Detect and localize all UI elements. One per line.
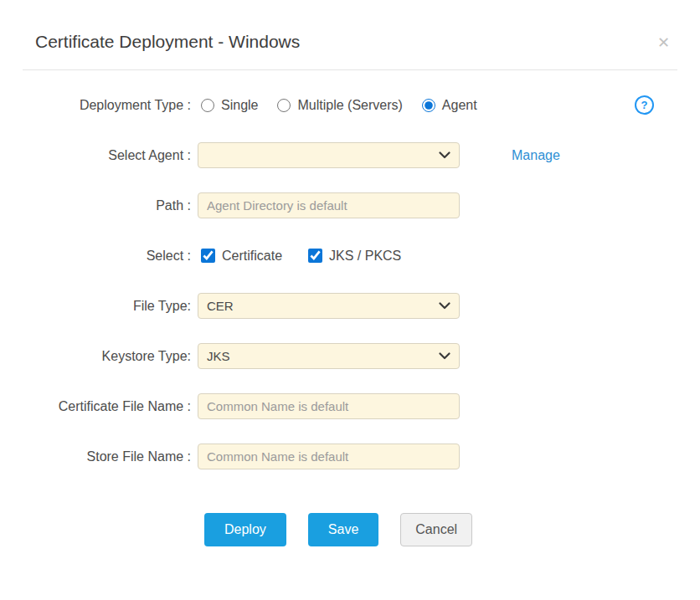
dialog-header: Certificate Deployment - Windows ✕ xyxy=(0,0,700,69)
file-type-label: File Type: xyxy=(0,299,191,314)
select-agent-dropdown[interactable] xyxy=(198,142,460,168)
select-label: Select : xyxy=(0,249,191,264)
keystore-type-dropdown[interactable]: JKS xyxy=(198,343,460,369)
certificate-checkbox-label: Certificate xyxy=(222,249,282,264)
deploy-button[interactable]: Deploy xyxy=(204,513,286,546)
path-label: Path : xyxy=(0,198,191,213)
single-radio-label: Single xyxy=(221,98,258,113)
multiple-servers-radio[interactable] xyxy=(277,99,291,112)
jks-pkcs-checkbox[interactable] xyxy=(308,249,322,263)
radio-option-single[interactable]: Single xyxy=(201,98,258,113)
checkbox-option-jks-pkcs[interactable]: JKS / PKCS xyxy=(308,249,401,264)
multiple-servers-radio-label: Multiple (Servers) xyxy=(297,98,402,113)
help-icon[interactable]: ? xyxy=(635,95,654,115)
select-agent-wrap xyxy=(198,142,460,168)
store-file-name-label: Store File Name : xyxy=(0,449,191,464)
deployment-type-radio-group: Single Multiple (Servers) Agent xyxy=(201,98,477,113)
deployment-form: Deployment Type : Single Multiple (Serve… xyxy=(0,70,700,546)
deployment-type-row: Deployment Type : Single Multiple (Serve… xyxy=(0,92,700,118)
certificate-file-name-input[interactable] xyxy=(198,393,460,419)
select-row: Select : Certificate JKS / PKCS xyxy=(0,243,700,269)
button-row: Deploy Save Cancel xyxy=(0,513,700,546)
dialog-title: Certificate Deployment - Windows xyxy=(35,32,665,52)
path-input[interactable] xyxy=(198,192,460,218)
save-button[interactable]: Save xyxy=(308,513,378,546)
keystore-type-row: Keystore Type: JKS xyxy=(0,343,700,369)
select-agent-row: Select Agent : Manage xyxy=(0,142,700,168)
path-row: Path : xyxy=(0,192,700,218)
certificate-checkbox[interactable] xyxy=(201,249,215,263)
file-type-dropdown[interactable]: CER xyxy=(198,293,460,319)
agent-radio[interactable] xyxy=(422,99,435,112)
radio-option-agent[interactable]: Agent xyxy=(422,98,477,113)
certificate-deployment-dialog: Certificate Deployment - Windows ✕ Deplo… xyxy=(0,0,700,600)
jks-pkcs-checkbox-label: JKS / PKCS xyxy=(329,249,401,264)
keystore-type-wrap: JKS xyxy=(198,343,460,369)
checkbox-option-certificate[interactable]: Certificate xyxy=(201,249,282,264)
store-file-name-input[interactable] xyxy=(198,444,460,469)
radio-option-multiple[interactable]: Multiple (Servers) xyxy=(277,98,402,113)
cancel-button[interactable]: Cancel xyxy=(400,513,472,546)
agent-radio-label: Agent xyxy=(442,98,477,113)
certificate-file-name-label: Certificate File Name : xyxy=(0,399,191,414)
manage-link[interactable]: Manage xyxy=(512,148,560,163)
single-radio[interactable] xyxy=(201,99,214,112)
select-agent-label: Select Agent : xyxy=(0,148,191,163)
select-checkbox-group: Certificate JKS / PKCS xyxy=(201,249,401,264)
store-file-name-row: Store File Name : xyxy=(0,444,700,469)
keystore-type-label: Keystore Type: xyxy=(0,349,191,364)
deployment-type-label: Deployment Type : xyxy=(0,98,191,113)
close-icon[interactable]: ✕ xyxy=(657,35,670,50)
file-type-row: File Type: CER xyxy=(0,293,700,319)
file-type-wrap: CER xyxy=(198,293,460,319)
certificate-file-name-row: Certificate File Name : xyxy=(0,393,700,419)
